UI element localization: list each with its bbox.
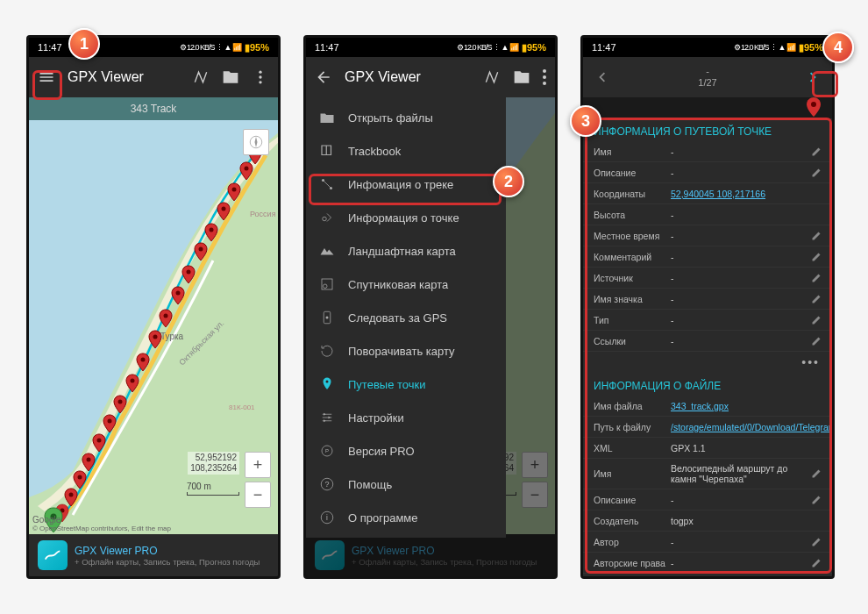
svg-point-39: [326, 317, 329, 319]
info-row: Местное время-: [583, 225, 832, 246]
map-route-icon[interactable]: [192, 68, 210, 86]
drawer-item-terrain[interactable]: Ландшафтная карта: [306, 234, 506, 268]
drawer-item-label: О программе: [348, 511, 418, 525]
map-route-icon[interactable]: [483, 68, 501, 86]
edit-icon[interactable]: [811, 579, 822, 580]
svg-point-0: [259, 71, 261, 74]
waypoint-section-title: ИНФОРМАЦИЯ О ПУТЕВОЙ ТОЧКЕ: [583, 118, 832, 141]
drawer-item-help[interactable]: ?Помощь: [306, 468, 506, 501]
svg-point-30: [543, 75, 546, 79]
drawer-item-label: Настройки: [348, 411, 404, 425]
svg-text:Россия: Россия: [250, 210, 276, 218]
edit-icon[interactable]: [811, 537, 822, 547]
edit-icon[interactable]: [811, 294, 822, 304]
status-bar: 11:47 ⚙ 12.0 KB/S ⋮ ▲ 📶▮95%: [583, 38, 832, 57]
folder-open-icon: [318, 110, 336, 125]
drawer-item-label: Trackbook: [348, 145, 401, 158]
promo-banner[interactable]: GPX Viewer PRO + Офлайн карты, Запись тр…: [29, 534, 278, 576]
info-row: Время-: [583, 574, 832, 579]
info-row: XMLGPX 1.1: [583, 438, 832, 459]
drawer-item-rotate[interactable]: Поворачивать карту: [306, 334, 506, 368]
app-title: GPX Viewer: [68, 69, 180, 85]
drawer-item-label: Открыть файлы: [348, 111, 433, 125]
info-label: Комментарий: [594, 252, 671, 262]
status-bar: 11:47 ⚙ 12.0 KB/S ⋮ ▲ 📶 ▮95%: [29, 38, 278, 57]
edit-icon[interactable]: [811, 336, 822, 346]
more-icon[interactable]: •••: [583, 352, 832, 373]
zoom-in-button[interactable]: +: [245, 452, 271, 478]
edit-icon[interactable]: [811, 146, 822, 157]
info-label: Авторские права: [594, 558, 671, 568]
edit-icon[interactable]: [811, 468, 822, 479]
drawer-item-pro[interactable]: PВерсия PRO: [306, 434, 506, 468]
info-value: -: [671, 294, 811, 304]
info-value[interactable]: 52,940045 108,217166: [671, 189, 822, 199]
drawer-item-satellite[interactable]: Спутниковая карта: [306, 268, 506, 301]
svg-point-31: [543, 82, 546, 85]
chevron-left-icon[interactable]: [592, 68, 611, 87]
drawer-item-folder-open[interactable]: Открыть файлы: [306, 101, 506, 134]
drawer-item-label: Путевые точки: [348, 378, 425, 391]
svg-rect-36: [322, 279, 332, 289]
drawer-item-about[interactable]: iО программе: [306, 501, 506, 534]
drawer-item-book[interactable]: Trackbook: [306, 134, 506, 168]
info-row: Имя-: [583, 141, 832, 162]
back-arrow-icon[interactable]: [315, 68, 332, 86]
drawer-item-label: Поворачивать карту: [348, 345, 455, 358]
info-label: Координаты: [594, 189, 671, 199]
info-label: Высота: [594, 210, 671, 220]
info-row: Создательtogpx: [583, 510, 832, 532]
edit-icon[interactable]: [811, 231, 822, 241]
waypoint-info-panel[interactable]: ИНФОРМАЦИЯ О ПУТЕВОЙ ТОЧКЕ Имя-Описание-…: [583, 97, 832, 579]
drawer-item-label: Спутниковая карта: [348, 278, 448, 291]
satellite-icon: [318, 276, 336, 292]
info-row: Ссылки-: [583, 331, 832, 352]
more-vert-icon[interactable]: [252, 68, 269, 86]
edit-icon[interactable]: [811, 495, 822, 505]
drawer-item-waypoint-info[interactable]: Информация о точке: [306, 201, 506, 234]
screenshot-3: 11:47 ⚙ 12.0 KB/S ⋮ ▲ 📶▮95% -1/27 ИНФОРМ…: [580, 35, 835, 579]
edit-icon[interactable]: [811, 252, 822, 262]
map-viewport[interactable]: Октябрьская ул. Турка 81К-001 Россия: [29, 120, 278, 534]
drawer-item-settings[interactable]: Настройки: [306, 401, 506, 434]
edit-icon[interactable]: [811, 558, 822, 568]
navigation-drawer: Открыть файлыTrackbookИнфомация о трекеИ…: [306, 97, 506, 538]
drawer-item-gps[interactable]: Следовать за GPS: [306, 301, 506, 334]
info-row: Описание-: [583, 162, 832, 183]
svg-text:P: P: [325, 448, 329, 453]
info-label: Местное время: [594, 231, 671, 241]
coords-display: 52,952192108,235264: [188, 452, 239, 475]
svg-point-40: [326, 381, 329, 383]
info-row: Имя значка-: [583, 289, 832, 310]
info-value[interactable]: 343_track.gpx: [671, 401, 822, 411]
hamburger-icon[interactable]: [38, 68, 55, 86]
info-label: Ссылки: [594, 336, 671, 346]
info-value: -: [671, 537, 811, 547]
drawer-item-route[interactable]: Инфомация о треке: [306, 168, 506, 201]
drawer-item-label: Следовать за GPS: [348, 311, 447, 325]
info-value[interactable]: /storage/emulated/0/Download/Telegram/34…: [671, 422, 832, 432]
folder-icon[interactable]: [222, 68, 239, 86]
info-value: -: [671, 168, 811, 178]
svg-point-1: [259, 75, 261, 78]
chevron-right-icon[interactable]: [804, 68, 823, 87]
waypoints-icon: [318, 376, 336, 392]
promo-subtitle: + Офлайн карты, Запись трека, Прогноз по…: [75, 557, 269, 567]
info-label: Имя: [594, 146, 671, 157]
info-value: -: [671, 231, 811, 241]
file-section-title: ИНФОРМАЦИЯ О ФАЙЛЕ: [583, 373, 832, 396]
track-name-bar[interactable]: 343 Track: [29, 97, 278, 120]
drawer-item-waypoints[interactable]: Путевые точки: [306, 368, 506, 401]
status-bar: 11:47 ⚙ 12.0 KB/S ⋮ ▲ 📶▮95%: [306, 38, 555, 57]
more-vert-icon[interactable]: [543, 69, 546, 85]
info-label: Тип: [594, 315, 671, 325]
map-attribution: Google© OpenStreetMap contributors, Edit…: [32, 515, 171, 532]
folder-icon[interactable]: [513, 68, 530, 86]
edit-icon[interactable]: [811, 273, 822, 283]
zoom-out-button[interactable]: −: [245, 482, 271, 508]
edit-icon[interactable]: [811, 315, 822, 325]
annotation-badge-2: 2: [493, 166, 524, 197]
info-row: Источник-: [583, 268, 832, 289]
compass-button[interactable]: [243, 129, 269, 155]
edit-icon[interactable]: [811, 168, 822, 178]
